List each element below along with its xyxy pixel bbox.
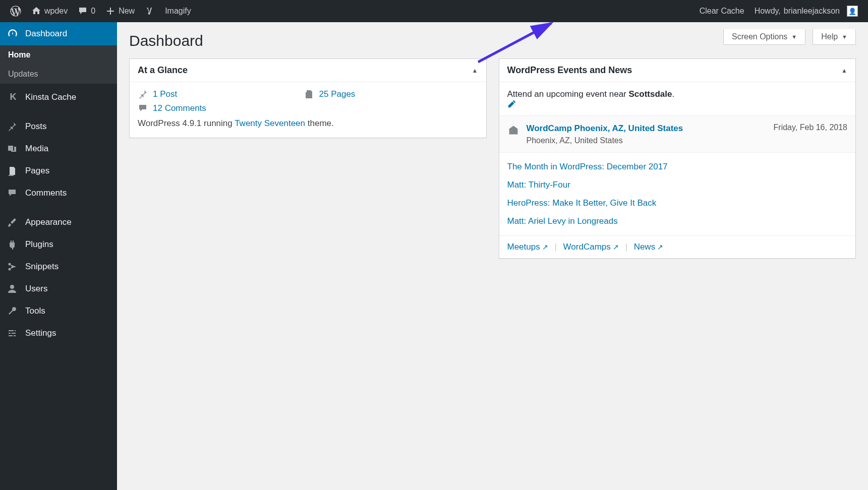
sidebar-subitem-home[interactable]: Home (0, 45, 117, 65)
theme-link[interactable]: Twenty Seventeen (235, 118, 305, 128)
screen-options-button[interactable]: Screen Options ▼ (723, 29, 805, 45)
pages-icon (304, 89, 314, 99)
widget-header[interactable]: At a Glance ▲ (130, 59, 486, 82)
site-name-label: wpdev (44, 7, 68, 16)
glance-posts-link[interactable]: 1 Post (153, 89, 177, 99)
dash-col-left: At a Glance ▲ 1 Post 25 Pages (129, 58, 487, 150)
new-label: New (119, 7, 135, 16)
glance-pages: 25 Pages (304, 89, 457, 99)
comment-icon (78, 6, 88, 16)
sidebar-item-label: Snippets (25, 262, 59, 272)
sidebar-subitem-updates[interactable]: Updates (0, 65, 117, 84)
username-label: brianleejackson (784, 7, 840, 16)
news-footer-link[interactable]: News↗ (634, 242, 664, 252)
comment-icon (138, 103, 148, 113)
widget-header[interactable]: WordPress Events and News ▲ (499, 59, 856, 82)
sidebar-item-label: Comments (25, 188, 67, 198)
location-name: Scottsdale (629, 89, 672, 99)
news-link[interactable]: Matt: Thirty-Four (507, 176, 848, 194)
help-button[interactable]: Help ▼ (813, 29, 856, 45)
wp-version-text: WordPress 4.9.1 running Twenty Seventeen… (138, 118, 478, 129)
event-item: WordCamp Phoenix, AZ, United States Phoe… (499, 116, 856, 153)
news-link[interactable]: Matt: Ariel Levy in Longreads (507, 212, 848, 230)
sidebar-item-plugins[interactable]: Plugins (0, 233, 117, 256)
sidebar-item-label: Tools (25, 306, 45, 316)
wordcamps-link[interactable]: WordCamps↗ (563, 242, 619, 252)
news-link[interactable]: The Month in WordPress: December 2017 (507, 158, 848, 176)
external-icon: ↗ (613, 243, 619, 251)
pages-icon (7, 166, 19, 176)
sidebar-item-kinsta-cache[interactable]: K Kinsta Cache (0, 86, 117, 108)
media-icon (7, 144, 19, 154)
screen-options-label: Screen Options (732, 32, 787, 41)
comment-count: 0 (91, 7, 95, 16)
svg-point-1 (9, 268, 11, 271)
account-button[interactable]: Howdy, brianleejackson 👤 (749, 0, 863, 22)
sliders-icon (7, 328, 19, 338)
yoast-icon (145, 6, 155, 16)
comment-icon (7, 188, 19, 198)
admin-toolbar: wpdev 0 New Imagify Clear Cache Howdy, b… (0, 0, 868, 22)
sidebar-item-label: Pages (25, 166, 49, 176)
pencil-icon (507, 99, 516, 108)
sidebar-item-appearance[interactable]: Appearance (0, 211, 117, 233)
news-link[interactable]: HeroPress: Make It Better, Give It Back (507, 194, 848, 212)
sidebar-item-label: Dashboard (25, 29, 67, 39)
yoast-button[interactable] (140, 0, 160, 22)
sidebar-item-tools[interactable]: Tools (0, 300, 117, 322)
event-location: Phoenix, AZ, United States (527, 136, 767, 145)
at-a-glance-widget: At a Glance ▲ 1 Post 25 Pages (129, 58, 487, 138)
sidebar-item-pages[interactable]: Pages (0, 160, 117, 182)
collapse-icon[interactable]: ▲ (472, 67, 478, 74)
event-title-link[interactable]: WordCamp Phoenix, AZ, United States (527, 124, 683, 133)
sidebar-item-label: Settings (25, 328, 56, 338)
svg-point-2 (10, 285, 14, 289)
comments-button[interactable]: 0 (73, 0, 100, 22)
glance-posts: 1 Post (138, 89, 291, 99)
widget-title: At a Glance (138, 65, 188, 76)
brush-icon (7, 217, 19, 227)
events-news-widget: WordPress Events and News ▲ Attend an up… (499, 58, 856, 259)
sidebar-item-media[interactable]: Media (0, 138, 117, 160)
home-icon (31, 6, 41, 16)
sidebar-item-dashboard[interactable]: Dashboard (0, 22, 117, 45)
glance-comments-link[interactable]: 12 Comments (153, 103, 206, 113)
clear-cache-label: Clear Cache (700, 7, 744, 16)
sidebar-item-comments[interactable]: Comments (0, 182, 117, 204)
sidebar-item-label: Plugins (25, 239, 53, 250)
sidebar-item-users[interactable]: Users (0, 278, 117, 300)
sidebar-item-label: Media (25, 144, 48, 154)
wrench-icon (7, 306, 19, 316)
scissors-icon (7, 262, 19, 272)
edit-location-button[interactable] (507, 99, 848, 108)
wordpress-icon (10, 6, 21, 17)
pin-icon (7, 121, 19, 132)
sidebar-submenu-dashboard: Home Updates (0, 45, 117, 84)
sidebar-item-label: Posts (25, 121, 47, 132)
avatar: 👤 (847, 6, 858, 17)
user-icon (7, 284, 19, 294)
kinsta-icon: K (7, 92, 19, 102)
admin-sidebar: Dashboard Home Updates K Kinsta Cache Po… (0, 22, 117, 490)
svg-point-0 (9, 263, 11, 266)
chevron-down-icon: ▼ (791, 34, 797, 40)
wp-logo-button[interactable] (5, 0, 26, 22)
sidebar-item-posts[interactable]: Posts (0, 115, 117, 138)
external-icon: ↗ (657, 243, 663, 251)
wordcamp-icon (507, 124, 519, 136)
sidebar-item-settings[interactable]: Settings (0, 322, 117, 344)
imagify-button[interactable]: Imagify (160, 0, 196, 22)
meetups-link[interactable]: Meetups↗ (507, 242, 548, 252)
sidebar-item-snippets[interactable]: Snippets (0, 256, 117, 278)
plus-icon (105, 6, 115, 16)
widget-title: WordPress Events and News (507, 65, 632, 76)
events-footer: Meetups↗ | WordCamps↗ | News↗ (499, 236, 856, 258)
glance-pages-link[interactable]: 25 Pages (319, 89, 356, 99)
clear-cache-button[interactable]: Clear Cache (695, 0, 749, 22)
site-name-button[interactable]: wpdev (26, 0, 73, 22)
dashboard-icon (7, 28, 19, 39)
new-button[interactable]: New (100, 0, 140, 22)
collapse-icon[interactable]: ▲ (841, 67, 847, 74)
sidebar-item-label: Appearance (25, 217, 72, 227)
pin-icon (138, 89, 148, 99)
